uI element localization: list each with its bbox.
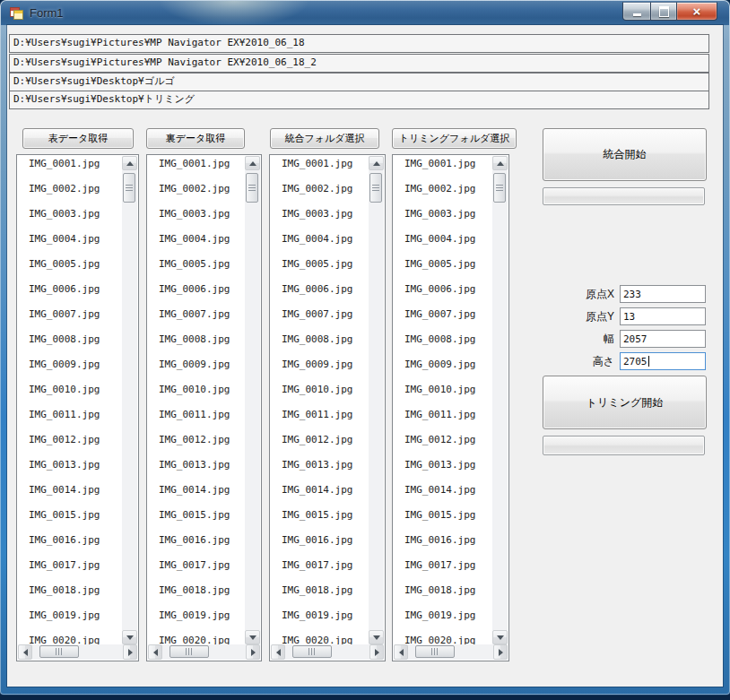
list-item[interactable]: IMG_0004.jpg (148, 233, 245, 258)
list-item[interactable]: IMG_0018.jpg (271, 584, 369, 609)
width-input[interactable] (620, 330, 706, 348)
merge-file-listbox[interactable]: IMG_0001.jpgIMG_0002.jpgIMG_0003.jpgIMG_… (269, 154, 386, 661)
list-item[interactable]: IMG_0006.jpg (18, 283, 122, 308)
list-item[interactable]: IMG_0013.jpg (271, 459, 369, 484)
vertical-scroll-thumb[interactable] (369, 173, 382, 203)
horizontal-scrollbar[interactable] (148, 644, 260, 660)
scroll-down-button[interactable] (245, 630, 260, 644)
list-item[interactable]: IMG_0009.jpg (394, 359, 492, 384)
list-item[interactable]: IMG_0002.jpg (148, 183, 245, 208)
list-item[interactable]: IMG_0008.jpg (271, 333, 369, 359)
list-item[interactable]: IMG_0001.jpg (18, 158, 122, 183)
list-item[interactable]: IMG_0017.jpg (394, 559, 492, 584)
minimize-button[interactable] (622, 2, 651, 21)
scroll-right-button[interactable] (246, 644, 260, 660)
list-item[interactable]: IMG_0019.jpg (148, 609, 245, 635)
scroll-left-button[interactable] (394, 644, 408, 660)
list-item[interactable]: IMG_0020.jpg (394, 635, 492, 644)
list-item[interactable]: IMG_0012.jpg (394, 434, 492, 459)
list-item[interactable]: IMG_0018.jpg (394, 584, 492, 609)
list-item[interactable]: IMG_0002.jpg (271, 183, 369, 208)
list-item[interactable]: IMG_0017.jpg (271, 559, 369, 584)
origin-x-input[interactable] (620, 285, 706, 303)
list-item[interactable]: IMG_0005.jpg (18, 258, 122, 283)
list-item[interactable]: IMG_0013.jpg (394, 459, 492, 484)
scroll-right-button[interactable] (493, 644, 508, 660)
list-item[interactable]: IMG_0013.jpg (148, 459, 245, 484)
list-item[interactable]: IMG_0013.jpg (18, 459, 122, 484)
vertical-scroll-thumb[interactable] (246, 173, 258, 203)
list-item[interactable]: IMG_0011.jpg (394, 409, 492, 434)
list-item[interactable]: IMG_0011.jpg (18, 409, 122, 434)
list-item[interactable]: IMG_0016.jpg (18, 534, 122, 559)
list-item[interactable]: IMG_0011.jpg (148, 409, 245, 434)
list-item[interactable]: IMG_0010.jpg (271, 384, 369, 409)
list-item[interactable]: IMG_0005.jpg (148, 258, 245, 283)
vertical-scroll-thumb[interactable] (493, 173, 506, 203)
list-item[interactable]: IMG_0019.jpg (271, 609, 369, 635)
list-item[interactable]: IMG_0003.jpg (18, 208, 122, 233)
list-item[interactable]: IMG_0003.jpg (148, 208, 245, 233)
list-item[interactable]: IMG_0014.jpg (148, 484, 245, 509)
list-item[interactable]: IMG_0018.jpg (148, 584, 245, 609)
front-file-listbox[interactable]: IMG_0001.jpgIMG_0002.jpgIMG_0003.jpgIMG_… (16, 154, 139, 661)
list-item[interactable]: IMG_0019.jpg (394, 609, 492, 635)
list-item[interactable]: IMG_0014.jpg (18, 484, 122, 509)
scroll-right-button[interactable] (369, 644, 384, 660)
scroll-right-button[interactable] (123, 644, 137, 660)
list-item[interactable]: IMG_0017.jpg (148, 559, 245, 584)
scroll-up-button[interactable] (122, 156, 137, 170)
height-input[interactable] (620, 352, 706, 370)
list-item[interactable]: IMG_0019.jpg (18, 609, 122, 635)
list-item[interactable]: IMG_0007.jpg (148, 308, 245, 333)
list-item[interactable]: IMG_0007.jpg (18, 308, 122, 333)
origin-y-input[interactable] (620, 307, 706, 325)
horizontal-scroll-thumb[interactable] (169, 645, 209, 658)
list-item[interactable]: IMG_0020.jpg (148, 635, 245, 644)
titlebar[interactable]: Form1 × (1, 1, 729, 25)
list-item[interactable]: IMG_0009.jpg (271, 359, 369, 384)
scroll-left-button[interactable] (18, 644, 32, 660)
start-merge-button[interactable]: 統合開始 (543, 128, 707, 181)
list-item[interactable]: IMG_0014.jpg (394, 484, 492, 509)
list-item[interactable]: IMG_0010.jpg (148, 384, 245, 409)
vertical-scrollbar[interactable] (492, 156, 508, 644)
get-front-data-button[interactable]: 表データ取得 (22, 128, 134, 149)
list-item[interactable]: IMG_0002.jpg (18, 183, 122, 208)
get-back-data-button[interactable]: 裏データ取得 (146, 128, 245, 149)
trim-file-listbox[interactable]: IMG_0001.jpgIMG_0002.jpgIMG_0003.jpgIMG_… (392, 154, 509, 661)
list-item[interactable]: IMG_0004.jpg (271, 233, 369, 258)
list-item[interactable]: IMG_0008.jpg (18, 333, 122, 359)
horizontal-scroll-thumb[interactable] (415, 645, 455, 658)
scroll-up-button[interactable] (492, 156, 508, 170)
maximize-button[interactable] (650, 2, 677, 21)
list-item[interactable]: IMG_0007.jpg (394, 308, 492, 333)
list-item[interactable]: IMG_0017.jpg (18, 559, 122, 584)
list-item[interactable]: IMG_0012.jpg (148, 434, 245, 459)
scroll-down-button[interactable] (122, 630, 137, 644)
list-item[interactable]: IMG_0012.jpg (18, 434, 122, 459)
vertical-scroll-thumb[interactable] (123, 173, 135, 203)
close-button[interactable]: × (676, 2, 717, 21)
list-item[interactable]: IMG_0001.jpg (394, 158, 492, 183)
list-item[interactable]: IMG_0016.jpg (148, 534, 245, 559)
list-item[interactable]: IMG_0006.jpg (394, 283, 492, 308)
back-file-listbox[interactable]: IMG_0001.jpgIMG_0002.jpgIMG_0003.jpgIMG_… (146, 154, 262, 661)
horizontal-scrollbar[interactable] (18, 644, 137, 660)
list-item[interactable]: IMG_0015.jpg (18, 509, 122, 534)
list-item[interactable]: IMG_0009.jpg (18, 359, 122, 384)
list-item[interactable]: IMG_0005.jpg (271, 258, 369, 283)
list-item[interactable]: IMG_0012.jpg (271, 434, 369, 459)
scroll-up-button[interactable] (245, 156, 260, 170)
list-item[interactable]: IMG_0020.jpg (271, 635, 369, 644)
vertical-scrollbar[interactable] (369, 156, 384, 644)
list-item[interactable]: IMG_0011.jpg (271, 409, 369, 434)
list-item[interactable]: IMG_0010.jpg (394, 384, 492, 409)
list-item[interactable]: IMG_0004.jpg (394, 233, 492, 258)
horizontal-scrollbar[interactable] (394, 644, 508, 660)
vertical-scrollbar[interactable] (245, 156, 260, 644)
list-item[interactable]: IMG_0015.jpg (394, 509, 492, 534)
horizontal-scroll-thumb[interactable] (39, 645, 79, 658)
list-item[interactable]: IMG_0015.jpg (148, 509, 245, 534)
list-item[interactable]: IMG_0001.jpg (148, 158, 245, 183)
